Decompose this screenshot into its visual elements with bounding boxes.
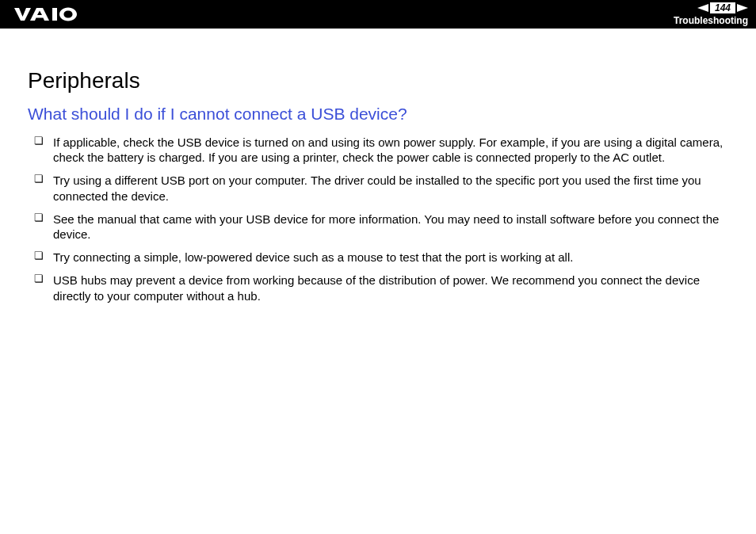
header-right: 144 Troubleshooting bbox=[674, 0, 748, 29]
next-page-icon[interactable] bbox=[737, 4, 748, 12]
list-item: If applicable, check the USB device is t… bbox=[34, 135, 728, 165]
page-nav: 144 bbox=[697, 2, 748, 14]
vaio-logo bbox=[14, 6, 90, 22]
list-item: See the manual that came with your USB d… bbox=[34, 212, 728, 242]
svg-rect-0 bbox=[52, 8, 57, 21]
svg-marker-1 bbox=[697, 4, 708, 12]
prev-page-icon[interactable] bbox=[697, 4, 708, 12]
main-content: Peripherals What should I do if I cannot… bbox=[0, 29, 756, 303]
list-item: Try using a different USB port on your c… bbox=[34, 173, 728, 203]
question-heading: What should I do if I cannot connect a U… bbox=[28, 105, 728, 124]
page-title: Peripherals bbox=[28, 68, 728, 93]
list-item: Try connecting a simple, low-powered dev… bbox=[34, 250, 728, 265]
section-label: Troubleshooting bbox=[674, 16, 748, 25]
header-bar: 144 Troubleshooting bbox=[0, 0, 756, 29]
svg-marker-2 bbox=[737, 4, 748, 12]
list-item: USB hubs may prevent a device from worki… bbox=[34, 273, 728, 303]
page-number: 144 bbox=[710, 2, 735, 13]
bullet-list: If applicable, check the USB device is t… bbox=[28, 135, 728, 303]
